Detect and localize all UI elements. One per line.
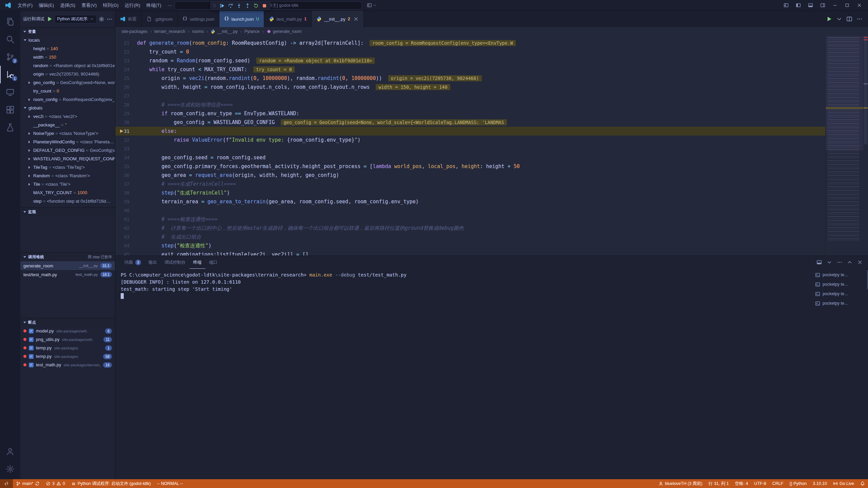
breakpoint-checkbox[interactable]: ✓ <box>29 337 34 342</box>
menu-item[interactable]: 选择(S) <box>57 0 78 11</box>
terminal-list-item[interactable]: pocketpy te… <box>812 289 866 299</box>
layout-grid-icon[interactable] <box>780 0 792 11</box>
source-control-view-button[interactable]: 3 <box>0 48 20 66</box>
terminal-list-item[interactable]: pocketpy te… <box>812 270 866 280</box>
tab-.gdignore[interactable]: .gdignore <box>142 11 178 27</box>
layout-panel-icon[interactable] <box>804 0 816 11</box>
code-line[interactable]: 42 # 计算每一个出口的中心，然后使用astar生成路径，确保每一个出口组合都… <box>115 224 825 232</box>
breakpoint-checkbox[interactable]: ✓ <box>29 329 34 333</box>
variable-row[interactable]: try_count=0 <box>20 87 115 95</box>
watch-section-header[interactable]: 监视 <box>20 207 115 216</box>
code-line[interactable]: 26 width, height = room_config.layout.n_… <box>115 83 825 92</box>
step-into-button[interactable] <box>235 2 243 9</box>
code-line[interactable]: 23 random = Random(room_config.seed)rand… <box>115 56 825 65</box>
breakpoint-row[interactable]: ✓temp.pysite-packages58 <box>20 352 115 361</box>
breakpoint-checkbox[interactable]: ✓ <box>29 346 34 350</box>
editor-scrollbar[interactable] <box>863 36 868 256</box>
breakpoint-row[interactable]: ✓model.pysite-packages\wfc6 <box>20 327 115 335</box>
layout-right-icon[interactable] <box>816 0 829 11</box>
status-cursor-position[interactable]: 行 31, 列 1 <box>706 479 732 488</box>
code-line[interactable]: 40 <box>115 206 825 215</box>
code-line[interactable]: 24 while try_count < MAX_TRY_COUNT:try_c… <box>115 65 825 74</box>
status-notifications[interactable] <box>857 479 868 488</box>
code-line[interactable]: 25 origin = vec2i(random.randint(0, 1000… <box>115 74 825 83</box>
variable-row[interactable]: DEFAULT_GEO_CONFIG=GeoConfig(seed=1… <box>20 146 115 155</box>
code-line[interactable]: 22 try_count = 0 <box>115 47 825 56</box>
close-icon[interactable] <box>857 260 863 265</box>
panel-tab-终端[interactable]: 终端 <box>190 256 205 269</box>
code-line[interactable]: 38 step("生成TerrainCell") <box>115 188 825 197</box>
code-line[interactable]: 39 terrain_area = geo_area_to_terrain(ge… <box>115 197 825 206</box>
variable-row[interactable]: width=150 <box>20 53 115 61</box>
variable-row[interactable]: origin=vec2i(7205730, 9024468) <box>20 70 115 78</box>
code-line[interactable]: 20 <box>115 36 825 39</box>
callstack-frame[interactable]: generate_room__init__.py31:1 <box>20 261 115 270</box>
variables-scope-row[interactable]: locals <box>20 36 115 44</box>
layout-sidebar-icon[interactable] <box>792 0 804 11</box>
extensions-view-button[interactable] <box>0 101 20 119</box>
search-view-button[interactable] <box>0 30 20 48</box>
panel-layout-icon[interactable] <box>816 260 822 265</box>
status-go-live[interactable]: Go Live <box>830 479 857 488</box>
variable-row[interactable]: random=<Random object at 0x1bf9d01e… <box>20 61 115 70</box>
breadcrumb-item[interactable]: __init__.py <box>211 29 237 34</box>
more-icon[interactable] <box>837 260 842 265</box>
close-tab-icon[interactable] <box>353 16 359 22</box>
variable-row[interactable]: step=<function step at 0x1bf8d716d… <box>20 197 115 205</box>
tab-launch.json[interactable]: {}launch.jsonU <box>219 11 264 27</box>
variable-row[interactable]: room_config=RoomRequestConfig(env_t… <box>20 95 115 104</box>
status-git-blame[interactable]: blueloveTH (3 周前) <box>655 479 705 488</box>
explorer-view-button[interactable] <box>0 13 20 30</box>
step-out-button[interactable] <box>244 2 251 9</box>
variable-row[interactable]: height=140 <box>20 44 115 53</box>
chevron-down-icon[interactable] <box>836 16 842 22</box>
panel-tab-调试控制台[interactable]: 调试控制台 <box>161 256 190 269</box>
settings-gear-button[interactable] <box>0 460 20 478</box>
testing-view-button[interactable] <box>0 119 20 136</box>
panel-tab-端口[interactable]: 端口 <box>205 256 221 269</box>
breadcrumb-item[interactable]: rooms <box>192 29 204 34</box>
continue-button[interactable] <box>218 2 226 9</box>
code-line[interactable]: 33 <box>115 144 825 153</box>
variable-row[interactable]: NoiseType=<class 'NoiseType'> <box>20 129 115 138</box>
maximize-panel-icon[interactable] <box>847 260 852 265</box>
panel-tab-输出[interactable]: 输出 <box>145 256 161 269</box>
code-line[interactable]: 37 # ====生成TerrainCell==== <box>115 180 825 188</box>
code-line[interactable]: 43 # 生成出口组合 <box>115 232 825 241</box>
status-indentation[interactable]: 空格: 4 <box>732 479 751 488</box>
variables-scope-row[interactable]: globals <box>20 104 115 112</box>
minimap-slider[interactable] <box>826 36 863 150</box>
minimap[interactable] <box>825 36 863 256</box>
variables-section-header[interactable]: 变量 <box>20 27 115 36</box>
code-line[interactable]: 27 <box>115 92 825 100</box>
variable-row[interactable]: MAX_TRY_COUNT=1000 <box>20 188 115 197</box>
split-editor-icon[interactable] <box>846 16 852 22</box>
breadcrumb-item[interactable]: generate_room <box>267 29 302 34</box>
account-button[interactable] <box>0 443 20 460</box>
variable-row[interactable]: vec2i=<class 'vec2i'> <box>20 112 115 121</box>
breakpoint-row[interactable]: ✓test_math.pysite-packages\terrain_res…1… <box>20 361 115 369</box>
tab-test_math.py[interactable]: test_math.py1 <box>264 11 312 27</box>
run-icon[interactable] <box>826 16 832 22</box>
menu-item[interactable]: 查看(V) <box>78 0 100 11</box>
status-language-mode[interactable]: {} Python <box>786 479 810 488</box>
menu-item[interactable]: 文件(F) <box>15 0 36 11</box>
debug-config-dropdown[interactable]: Python 调试程序: 启 <box>55 15 97 23</box>
status-encoding[interactable]: UTF-8 <box>751 479 769 488</box>
debug-settings-gear-icon[interactable] <box>99 16 104 22</box>
breakpoints-section-header[interactable]: 断点 <box>20 318 115 327</box>
tab-__init__.py[interactable]: __init__.py2 <box>312 11 364 27</box>
breadcrumb-item[interactable]: terrain_research <box>154 29 185 34</box>
tab-欢迎[interactable]: 欢迎 <box>115 11 142 27</box>
status-eol[interactable]: CRLF <box>769 479 787 488</box>
minimize-icon[interactable] <box>829 0 841 11</box>
menu-item[interactable]: 运行(R) <box>122 0 143 11</box>
more-icon[interactable] <box>856 16 863 22</box>
status-branch[interactable]: main* <box>13 479 43 488</box>
restart-button[interactable] <box>252 2 260 9</box>
sidebar-more-actions-icon[interactable] <box>106 16 112 22</box>
menu-item[interactable]: 转到(G) <box>100 0 122 11</box>
scrollbar-thumb[interactable] <box>864 36 867 144</box>
variable-row[interactable]: PlanetaryWindConfig=<class 'Planeta… <box>20 138 115 146</box>
maximize-icon[interactable] <box>841 0 853 11</box>
